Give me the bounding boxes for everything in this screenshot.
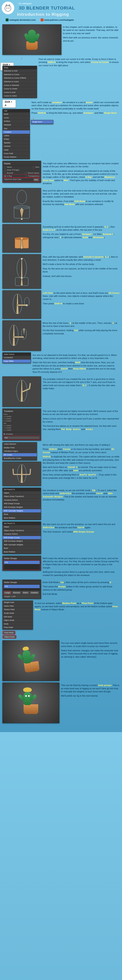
deselect-button[interactable]: Deselect — [30, 591, 39, 594]
menu-item[interactable]: Bone Relative — [3, 516, 41, 520]
menu-item[interactable]: With Empty Groups — [3, 502, 41, 506]
menu-item[interactable]: Surface — [3, 119, 30, 123]
p22: You can now select single bones and move… — [61, 641, 120, 648]
bone-name-input[interactable] — [4, 436, 40, 439]
object-mode-option[interactable]: Object Mode — [3, 635, 16, 639]
front-bone-view — [8, 189, 36, 221]
menu-item[interactable]: Mesh — [3, 113, 30, 116]
menu-item[interactable]: Selection to Cursor — [3, 73, 37, 76]
menu-item[interactable]: Selection to Grid — [3, 69, 37, 73]
parent-menu[interactable]: Make Parent Connected Keep Offset — [2, 352, 31, 363]
menu-item[interactable]: Cursor to Center — [3, 87, 37, 91]
menu-item[interactable]: Weight Paint — [3, 601, 33, 605]
svg-point-1 — [6, 8, 7, 8]
byline: by malegato — [3, 2, 119, 5]
add-menu[interactable]: MeshCurveSurfaceMetaballTextArmatureLatt… — [3, 113, 30, 159]
p3: First we want to make sure our cursor is… — [39, 58, 120, 67]
deviantart-link[interactable]: malegato.deviantart.com — [6, 19, 36, 22]
set-parent-menu[interactable]: Set Parent To ObjectObject (Keep Transfo… — [2, 488, 41, 520]
menu-item[interactable]: Force Field — [3, 152, 30, 156]
menu-item[interactable]: With Envelope Weights — [3, 506, 41, 509]
menu-item[interactable]: Mode — [3, 622, 33, 626]
pivot-menu[interactable]: Active ElementMedian PointIndividual Ori… — [2, 442, 37, 460]
menu-item[interactable]: Object (Keep Transform) — [3, 529, 41, 533]
menu-item[interactable]: Armature Deform — [3, 532, 41, 536]
menu-item[interactable]: Cursor to Grid — [3, 91, 37, 94]
menu-item[interactable]: Camera — [3, 145, 30, 148]
menu-item[interactable]: Bone Relative — [3, 550, 41, 554]
menu-item[interactable]: Pose Mode — [3, 626, 33, 629]
p12d: For the first movement, holding Ctrl whi… — [43, 329, 120, 335]
menu-item[interactable]: Sculpt Mode — [3, 611, 33, 615]
menu-item[interactable]: Speaker — [3, 141, 30, 145]
menu-item[interactable]: Curve — [3, 116, 30, 120]
menu-item[interactable]: Cursor to Active — [3, 94, 37, 98]
svg-point-7 — [21, 208, 22, 210]
select-button[interactable]: Select — [22, 591, 29, 594]
menu-item[interactable]: With Envelope Weights — [3, 539, 41, 543]
single-bone-item[interactable]: Single Bone — [31, 120, 53, 124]
menu-item[interactable]: Selection to Active — [3, 80, 37, 84]
menu-item[interactable]: Armature — [3, 130, 30, 134]
snap-menu[interactable]: Selection to GridSelection to CursorSele… — [3, 69, 37, 98]
assign-button[interactable]: Assign — [4, 591, 11, 594]
weight-slider[interactable]: Weight: 1.000 — [3, 595, 40, 598]
menu-item[interactable]: With Automatic Weights — [3, 509, 41, 513]
intro-1: In this chapter, we'll create an armatur… — [63, 25, 120, 35]
menu-item[interactable]: With Automatic Weights — [3, 543, 41, 547]
mode-menu[interactable]: Weight PaintVertex PaintTexture PaintScu… — [2, 601, 33, 630]
menu-item[interactable]: Bone — [3, 513, 41, 516]
p9: For this, it's very helpful to use a Fro… — [43, 233, 120, 239]
menu-item[interactable]: Texture Paint — [3, 608, 33, 611]
p10e: We'll create a bone for the whole of the… — [43, 263, 120, 266]
menu-item[interactable]: Armature Deform — [3, 498, 41, 502]
menu-item[interactable]: With Empty Groups — [3, 536, 41, 539]
p16g: Shift+D to duplicate the arm bones. The … — [43, 455, 120, 465]
menu-item[interactable]: Object — [3, 491, 41, 495]
menu-item[interactable]: Group Instance — [3, 155, 30, 159]
final-cactus-render — [24, 692, 38, 714]
menu-item[interactable]: Individual Origins — [3, 450, 37, 453]
menu-item[interactable]: Bounding Box Center — [3, 457, 37, 460]
patreon-link[interactable]: www.patreon.com/malegato — [41, 19, 74, 22]
p10f: Now, for the arms we can assume, as they… — [43, 267, 120, 274]
pose-mode-option[interactable]: Pose Mode — [3, 631, 15, 635]
menu-item[interactable]: Vertex Paint — [3, 605, 33, 608]
svg-point-11 — [21, 238, 22, 239]
p21: To test our armature, select Median Poin… — [35, 602, 120, 611]
menu-item[interactable]: Empty — [3, 137, 30, 141]
transform-title: Transform — [3, 409, 40, 413]
menu-item[interactable]: Object — [3, 525, 41, 529]
p15a: The next step is optional but highly rec… — [43, 410, 120, 416]
extrude-body-view — [10, 255, 34, 287]
remove-button[interactable]: Remove — [12, 591, 21, 594]
menu-item[interactable]: Lamp — [3, 148, 30, 152]
p17: Our armature is ready, so we can exit Ed… — [43, 489, 120, 501]
menu-item[interactable]: Selection to Cursor (Offset) — [3, 76, 37, 80]
menu-item[interactable]: Object Mode — [3, 619, 33, 622]
menu-item[interactable]: Object (Keep Transform) — [3, 495, 41, 498]
menu-item[interactable]: Active Element — [3, 442, 37, 446]
menu-item[interactable]: Lattice — [3, 134, 30, 138]
menu-item[interactable]: 3D Cursor — [3, 453, 37, 457]
p8: Something we'll do is select the tip joi… — [43, 225, 120, 232]
shift-a-key: Shift + A — [2, 100, 16, 108]
menu-item[interactable]: Metaball — [3, 123, 30, 127]
title-line-1: 3D BLENDER TUTORIAL — [3, 5, 119, 11]
p24: This can be fixed by having a correct bo… — [61, 684, 120, 693]
display-options[interactable]: NameWire Draw All Edges BoundsTexture Sp… — [3, 165, 40, 182]
menu-item[interactable]: Bone — [3, 547, 41, 550]
menu-item[interactable]: Text — [3, 127, 30, 130]
menu-item[interactable]: Cursor to Selected — [3, 84, 37, 87]
menu-item[interactable]: Median Point — [3, 446, 37, 450]
p11d: Then press Shift+A to create a new bone. — [43, 302, 120, 305]
svg-line-22 — [22, 389, 29, 392]
mirrored-arms-view — [5, 463, 39, 485]
p6a: You might not notice any difference, bec… — [43, 162, 120, 168]
vgroup-pot[interactable]: Pot — [4, 561, 40, 565]
svg-point-5 — [17, 190, 27, 204]
p6b: Usually, this is a problem since armatur… — [43, 170, 120, 185]
menu-item[interactable]: Edit Mode — [3, 615, 33, 619]
p4: Next, we'll create an armature. An armat… — [32, 101, 120, 110]
set-parent-menu-2[interactable]: Set Parent To ObjectObject (Keep Transfo… — [2, 522, 41, 554]
